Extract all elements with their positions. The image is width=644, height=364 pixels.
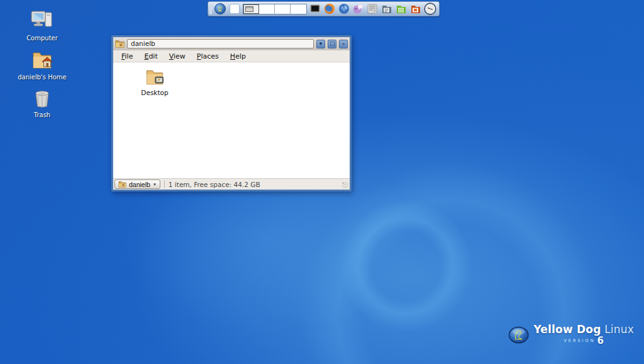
- home-folder-icon: [30, 49, 55, 72]
- workspace-switcher[interactable]: [243, 4, 307, 14]
- workspace-1[interactable]: [243, 4, 259, 14]
- impress-icon: [410, 3, 421, 14]
- brand-name: Yellow Dog Linux: [533, 324, 634, 335]
- location-label: danielb: [129, 181, 150, 188]
- file-item-desktop[interactable]: Desktop: [131, 67, 179, 96]
- dropdown-caret-icon: ▼: [153, 183, 157, 186]
- calc-launcher[interactable]: [395, 3, 408, 15]
- impress-launcher[interactable]: [409, 3, 422, 15]
- resize-grip[interactable]: [342, 182, 348, 188]
- clock-icon: [424, 3, 436, 15]
- show-desktop-icon: [230, 4, 240, 14]
- window-statusbar: danielb ▼ 1 item, Free space: 44.2 GB: [113, 178, 350, 190]
- panel-drag-handle[interactable]: [209, 3, 212, 14]
- workspace-2[interactable]: [259, 4, 275, 14]
- terminal-icon: [309, 3, 321, 14]
- window-folder-icon: [115, 40, 125, 48]
- firefox-icon: [324, 3, 335, 14]
- window-title: danielb: [127, 39, 314, 48]
- file-view[interactable]: Desktop: [113, 62, 350, 178]
- yellow-dog-menu-icon: [214, 3, 226, 14]
- writer-icon: [381, 3, 392, 14]
- firefox-launcher[interactable]: [323, 3, 336, 15]
- minimize-button[interactable]: ▼: [316, 40, 325, 48]
- location-folder-icon: [118, 181, 126, 188]
- menu-view[interactable]: View: [164, 51, 191, 62]
- statusbar-text: 1 item, Free space: 44.2 GB: [169, 181, 260, 188]
- desktop-folder-icon: [143, 67, 166, 88]
- menu-help[interactable]: Help: [225, 51, 252, 62]
- desktop-icon-label: Computer: [26, 35, 58, 42]
- workspace-3[interactable]: [275, 4, 291, 14]
- brand-name-light: Linux: [604, 323, 634, 336]
- terminal-launcher[interactable]: [309, 3, 321, 15]
- trash-icon: [31, 88, 53, 110]
- printer-launcher[interactable]: [366, 3, 379, 15]
- computer-icon: [30, 9, 55, 33]
- yellow-dog-menu-button[interactable]: [214, 3, 226, 15]
- brand-version: VERSION 6: [533, 336, 634, 346]
- window-menubar: File Edit View Places Help: [113, 50, 350, 62]
- clock-applet[interactable]: [424, 3, 436, 15]
- desktop-icon-trash[interactable]: Trash: [14, 88, 70, 118]
- file-item-label: Desktop: [141, 89, 168, 96]
- thunderbird-launcher[interactable]: [338, 3, 350, 15]
- menu-file[interactable]: File: [116, 51, 138, 62]
- yellow-dog-branding: Yellow Dog Linux VERSION 6: [508, 319, 634, 351]
- file-manager-window: danielb ▼ × File Edit View Places Help D…: [111, 35, 352, 191]
- version-word: VERSION: [564, 339, 595, 343]
- window-titlebar[interactable]: danielb ▼ ×: [113, 37, 350, 50]
- chat-icon: [352, 3, 364, 14]
- calc-icon: [396, 3, 407, 14]
- top-panel: [208, 1, 440, 16]
- chat-launcher[interactable]: [352, 3, 365, 15]
- desktop-icon-label: danielb's Home: [18, 74, 67, 81]
- thunderbird-icon: [338, 3, 350, 14]
- brand-name-bold: Yellow Dog: [533, 323, 601, 336]
- workspace-4[interactable]: [291, 4, 306, 14]
- writer-launcher[interactable]: [380, 3, 393, 15]
- location-dropdown-button[interactable]: danielb ▼: [114, 179, 160, 189]
- desktop-icon-home[interactable]: danielb's Home: [14, 49, 70, 81]
- statusbar-separator: [164, 181, 165, 188]
- version-number: 6: [597, 336, 604, 346]
- desktop-icon-computer[interactable]: Computer: [14, 9, 70, 42]
- yellow-dog-logo-icon: [508, 322, 529, 348]
- maximize-button[interactable]: [328, 40, 336, 48]
- printer-icon: [367, 3, 378, 14]
- menu-edit[interactable]: Edit: [138, 51, 163, 62]
- desktop-icon-label: Trash: [34, 111, 50, 118]
- menu-places[interactable]: Places: [191, 51, 225, 62]
- workspace-window-thumbnail: [245, 6, 253, 12]
- show-desktop-button[interactable]: [228, 3, 241, 15]
- close-button[interactable]: ×: [339, 40, 348, 48]
